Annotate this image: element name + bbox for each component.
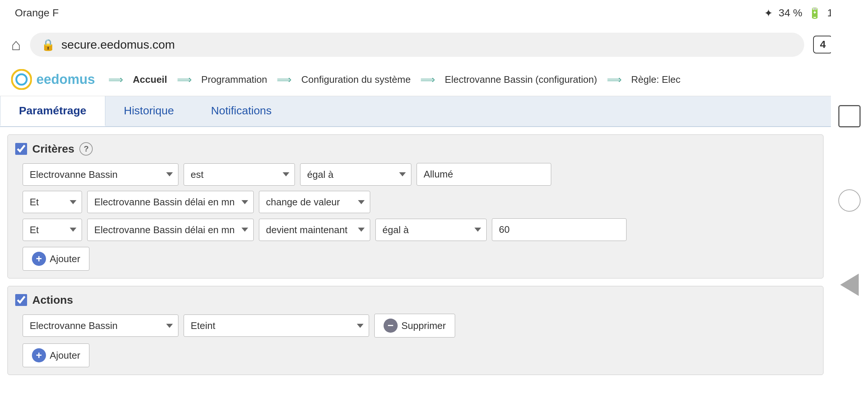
status-bar: Orange F ✦ 34 % 🔋 17:28 (0, 0, 868, 26)
actions-section: Actions Electrovanne Bassin Eteint − Sup… (7, 286, 823, 375)
criteria-row3-condition[interactable]: devient maintenant (259, 219, 370, 241)
criteria-row-3: Et Electrovanne Bassin délai en mn devie… (23, 218, 808, 241)
nav-arrow-4: ⟹ (420, 74, 435, 86)
home-button[interactable]: ⌂ (11, 35, 21, 54)
nav-item-programmation[interactable]: Programmation (201, 74, 267, 85)
logo-container: eedomus (11, 69, 95, 90)
nav-item-config-systeme[interactable]: Configuration du système (301, 74, 411, 85)
action-remove-button[interactable]: − Supprimer (374, 314, 455, 338)
criteres-title: Critères (32, 143, 74, 155)
circle-button[interactable] (838, 189, 861, 212)
remove-label: Supprimer (401, 320, 446, 332)
criteres-header: Critères ? (15, 142, 816, 156)
add-icon-2: + (32, 348, 46, 362)
actions-add-label: Ajouter (50, 350, 80, 361)
bluetooth-icon: ✦ (764, 7, 773, 19)
remove-icon: − (384, 319, 398, 333)
criteria-row3-operator[interactable]: égal à (375, 219, 487, 241)
actions-add-button[interactable]: + Ajouter (23, 343, 89, 367)
actions-rows: Electrovanne Bassin Eteint − Supprimer (15, 314, 816, 338)
criteres-help-icon[interactable]: ? (79, 142, 93, 156)
browser-bar: ⌂ 🔒 secure.eedomus.com 4 ⋮ (0, 26, 868, 63)
criteria-row2-connector[interactable]: Et (23, 191, 82, 213)
nav-arrow-5: ⟹ (607, 74, 622, 86)
tab-parametrage[interactable]: Paramétrage (0, 96, 105, 126)
lock-icon: 🔒 (41, 38, 55, 51)
add-icon: + (32, 252, 46, 266)
side-panel (831, 0, 868, 401)
criteres-section: Critères ? Electrovanne Bassin est égal … (7, 134, 823, 278)
criteria-row-2: Et Electrovanne Bassin délai en mn chang… (23, 191, 808, 213)
logo-text: eedomus (36, 72, 95, 87)
action-row1-action[interactable]: Eteint (184, 314, 369, 337)
criteria-row1-operator[interactable]: égal à (300, 163, 411, 186)
criteres-add-button[interactable]: + Ajouter (23, 247, 89, 271)
criteres-add-label: Ajouter (50, 253, 80, 265)
nav-arrow-1: ⟹ (108, 74, 123, 86)
carrier-text: Orange F (15, 7, 59, 19)
criteria-row3-value[interactable] (492, 218, 627, 241)
battery-text: 34 % (779, 7, 802, 19)
criteria-row3-device[interactable]: Electrovanne Bassin délai en mn (87, 219, 254, 241)
criteres-checkbox[interactable] (15, 143, 27, 155)
top-nav: eedomus ⟹ Accueil ⟹ Programmation ⟹ Conf… (0, 63, 831, 96)
address-bar[interactable]: 🔒 secure.eedomus.com (30, 33, 805, 57)
criteria-row2-device[interactable]: Electrovanne Bassin délai en mn (87, 191, 254, 213)
main-content: eedomus ⟹ Accueil ⟹ Programmation ⟹ Conf… (0, 63, 831, 375)
nav-item-electrovanne-config[interactable]: Electrovanne Bassin (configuration) (445, 74, 597, 85)
nav-arrow-2: ⟹ (177, 74, 192, 86)
criteria-row1-device[interactable]: Electrovanne Bassin (23, 163, 178, 186)
actions-header: Actions (15, 294, 816, 306)
nav-item-accueil[interactable]: Accueil (133, 74, 167, 85)
svg-point-1 (16, 74, 27, 85)
nav-arrow-3: ⟹ (277, 74, 292, 86)
nav-item-regle[interactable]: Règle: Elec (631, 74, 681, 85)
criteria-rows: Electrovanne Bassin est égal à Et (15, 163, 816, 241)
actions-checkbox[interactable] (15, 294, 27, 306)
action-row1-device[interactable]: Electrovanne Bassin (23, 314, 178, 337)
back-button[interactable] (840, 274, 859, 296)
tabs-container: Paramétrage Historique Notifications (0, 96, 831, 127)
criteria-row1-value[interactable] (417, 163, 551, 186)
svg-point-0 (12, 70, 31, 89)
square-button[interactable] (838, 105, 861, 127)
actions-title: Actions (32, 294, 73, 306)
criteria-row2-condition[interactable]: change de valeur (259, 191, 370, 213)
logo-icon (11, 69, 32, 90)
battery-icon: 🔋 (808, 7, 821, 19)
url-text: secure.eedomus.com (62, 38, 175, 52)
tab-count[interactable]: 4 (813, 36, 832, 53)
criteria-row-1: Electrovanne Bassin est égal à (23, 163, 808, 186)
criteria-row1-condition[interactable]: est (184, 163, 295, 186)
tab-historique[interactable]: Historique (105, 96, 193, 126)
criteria-row3-connector[interactable]: Et (23, 219, 82, 241)
tab-notifications[interactable]: Notifications (193, 96, 290, 126)
